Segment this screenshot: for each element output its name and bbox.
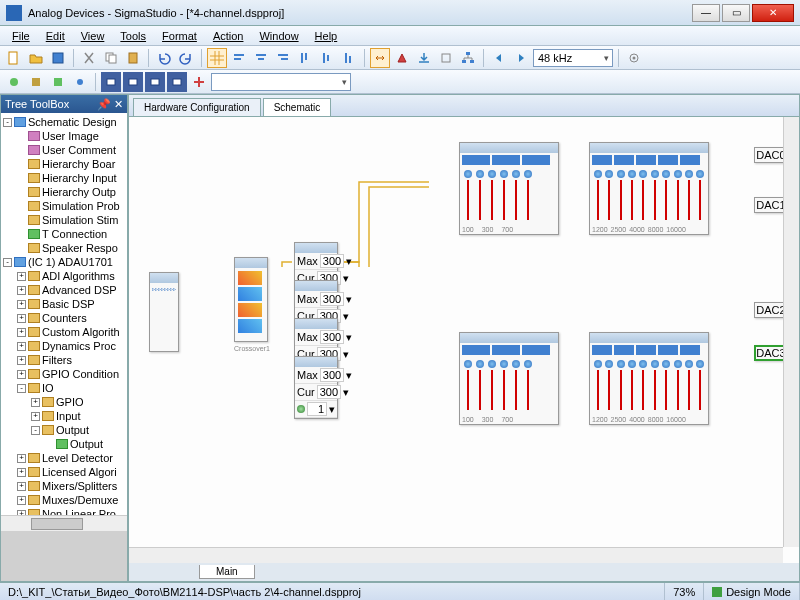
eq-block-3[interactable]: 100300700 bbox=[459, 332, 559, 425]
align-top-icon[interactable] bbox=[295, 48, 315, 68]
eq-block-4[interactable]: 120025004000800016000 bbox=[589, 332, 709, 425]
tree-node[interactable]: +Advanced DSP bbox=[3, 283, 125, 297]
schematic-canvas[interactable]: ▹▹▹▹▹▹▹▹ Crossover1 Max300▾ Cur300▾ bbox=[129, 117, 799, 563]
dbg1-icon[interactable] bbox=[4, 72, 24, 92]
settings-icon[interactable] bbox=[624, 48, 644, 68]
svg-point-22 bbox=[633, 56, 636, 59]
tree-node[interactable]: T Connection bbox=[3, 227, 125, 241]
compile-icon[interactable] bbox=[392, 48, 412, 68]
tree-node[interactable]: Simulation Prob bbox=[3, 199, 125, 213]
cap2-icon[interactable] bbox=[123, 72, 143, 92]
tree-node[interactable]: +Level Detector bbox=[3, 451, 125, 465]
crossover-block[interactable] bbox=[234, 257, 268, 342]
open-icon[interactable] bbox=[26, 48, 46, 68]
dbg4-icon[interactable] bbox=[70, 72, 90, 92]
tree-node[interactable]: -Output bbox=[3, 423, 125, 437]
align-bot-icon[interactable] bbox=[339, 48, 359, 68]
cap1-icon[interactable] bbox=[101, 72, 121, 92]
tree-node[interactable]: -IO bbox=[3, 381, 125, 395]
menu-window[interactable]: Window bbox=[251, 28, 306, 44]
cap3-icon[interactable] bbox=[145, 72, 165, 92]
tree-node[interactable]: +Muxes/Demuxe bbox=[3, 493, 125, 507]
new-icon[interactable] bbox=[4, 48, 24, 68]
tree-node[interactable]: +Filters bbox=[3, 353, 125, 367]
svg-rect-5 bbox=[234, 54, 244, 56]
tree-node[interactable]: Hierarchy Outp bbox=[3, 185, 125, 199]
menu-tools[interactable]: Tools bbox=[112, 28, 154, 44]
status-zoom: 73% bbox=[665, 583, 704, 600]
align-left-icon[interactable] bbox=[229, 48, 249, 68]
tab-main[interactable]: Main bbox=[199, 565, 255, 579]
pin-icon[interactable]: 📌 bbox=[97, 98, 111, 111]
canvas-tabs: Hardware Configuration Schematic bbox=[129, 95, 799, 117]
tree-node[interactable]: +GPIO Condition bbox=[3, 367, 125, 381]
grid-icon[interactable] bbox=[207, 48, 227, 68]
cut-icon[interactable] bbox=[79, 48, 99, 68]
redo-icon[interactable] bbox=[176, 48, 196, 68]
upload-icon[interactable] bbox=[436, 48, 456, 68]
canvas-scrollbar-h[interactable] bbox=[129, 547, 783, 563]
tree-node[interactable]: +Dynamics Proc bbox=[3, 339, 125, 353]
crossover-label: Crossover1 bbox=[234, 345, 270, 352]
maximize-button[interactable]: ▭ bbox=[722, 4, 750, 22]
eq-block-1[interactable]: 100300700 bbox=[459, 142, 559, 235]
samplerate-combo[interactable]: 48 kHz bbox=[533, 49, 613, 67]
tree-node[interactable]: Simulation Stim bbox=[3, 213, 125, 227]
dbg2-icon[interactable] bbox=[26, 72, 46, 92]
menu-format[interactable]: Format bbox=[154, 28, 205, 44]
align-mid-icon[interactable] bbox=[317, 48, 337, 68]
tab-hardware[interactable]: Hardware Configuration bbox=[133, 98, 261, 116]
menu-file[interactable]: File bbox=[4, 28, 38, 44]
menu-action[interactable]: Action bbox=[205, 28, 252, 44]
tree-node[interactable]: +Licensed Algori bbox=[3, 465, 125, 479]
link-icon[interactable] bbox=[370, 48, 390, 68]
download-icon[interactable] bbox=[414, 48, 434, 68]
tree-node[interactable]: +Counters bbox=[3, 311, 125, 325]
eq-block-2[interactable]: 120025004000800016000 bbox=[589, 142, 709, 235]
hierarchy-icon[interactable] bbox=[458, 48, 478, 68]
tree-node[interactable]: +Non Linear Pro bbox=[3, 507, 125, 515]
copy-icon[interactable] bbox=[101, 48, 121, 68]
input-block[interactable]: ▹▹▹▹▹▹▹▹ bbox=[149, 272, 179, 352]
tab-schematic[interactable]: Schematic bbox=[263, 98, 332, 116]
tree-node[interactable]: +GPIO bbox=[3, 395, 125, 409]
tree-node[interactable]: -Schematic Design bbox=[3, 115, 125, 129]
tree-node[interactable]: Hierarchy Boar bbox=[3, 157, 125, 171]
canvas-scrollbar-v[interactable] bbox=[783, 117, 799, 547]
menu-view[interactable]: View bbox=[73, 28, 113, 44]
capture-combo[interactable] bbox=[211, 73, 351, 91]
tree-node[interactable]: User Comment bbox=[3, 143, 125, 157]
tree-node[interactable]: Output bbox=[3, 437, 125, 451]
tree-node[interactable]: +Basic DSP bbox=[3, 297, 125, 311]
close-button[interactable]: ✕ bbox=[752, 4, 794, 22]
back-icon[interactable] bbox=[489, 48, 509, 68]
tree-node[interactable]: +Input bbox=[3, 409, 125, 423]
tree-body[interactable]: -Schematic DesignUser ImageUser CommentH… bbox=[1, 113, 127, 515]
tree-node[interactable]: Speaker Respo bbox=[3, 241, 125, 255]
tree-node[interactable]: +ADI Algorithms bbox=[3, 269, 125, 283]
tree-node[interactable]: -(IC 1) ADAU1701 bbox=[3, 255, 125, 269]
svg-rect-25 bbox=[54, 78, 62, 86]
menu-edit[interactable]: Edit bbox=[38, 28, 73, 44]
minimize-button[interactable]: — bbox=[692, 4, 720, 22]
svg-rect-24 bbox=[32, 78, 40, 86]
gain-block-4[interactable]: Max300▾ Cur300▾ 1▾ bbox=[294, 356, 338, 419]
add-icon[interactable] bbox=[189, 72, 209, 92]
tree-node[interactable]: Hierarchy Input bbox=[3, 171, 125, 185]
tree-node[interactable]: User Image bbox=[3, 129, 125, 143]
svg-rect-1 bbox=[53, 53, 63, 63]
fwd-icon[interactable] bbox=[511, 48, 531, 68]
save-icon[interactable] bbox=[48, 48, 68, 68]
tree-scrollbar-h[interactable] bbox=[1, 515, 127, 531]
align-right-icon[interactable] bbox=[273, 48, 293, 68]
svg-rect-4 bbox=[129, 53, 137, 63]
close-panel-icon[interactable]: ✕ bbox=[114, 98, 123, 111]
undo-icon[interactable] bbox=[154, 48, 174, 68]
paste-icon[interactable] bbox=[123, 48, 143, 68]
tree-node[interactable]: +Mixers/Splitters bbox=[3, 479, 125, 493]
cap4-icon[interactable] bbox=[167, 72, 187, 92]
align-center-icon[interactable] bbox=[251, 48, 271, 68]
tree-node[interactable]: +Custom Algorith bbox=[3, 325, 125, 339]
dbg3-icon[interactable] bbox=[48, 72, 68, 92]
menu-help[interactable]: Help bbox=[307, 28, 346, 44]
